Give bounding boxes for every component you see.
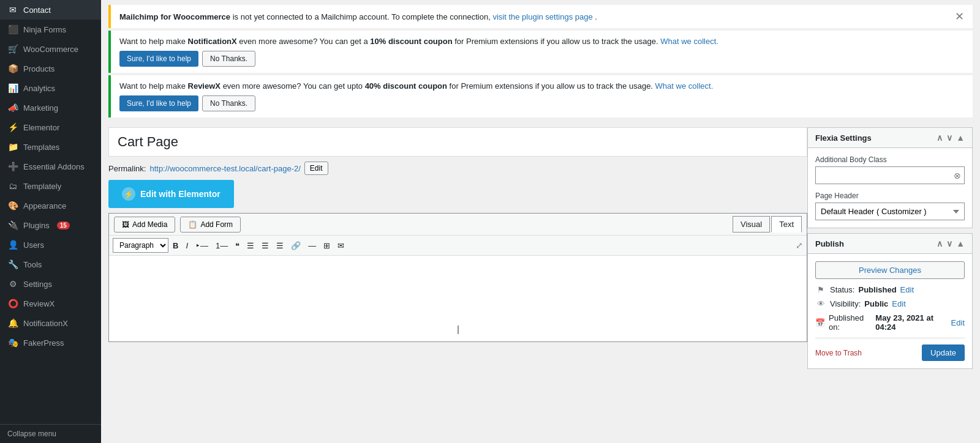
update-btn[interactable]: Update	[922, 344, 965, 361]
sidebar-item-essential-addons[interactable]: ➕Essential Addons	[0, 157, 101, 176]
permalink-row: Permalink: http://woocommerce-test.local…	[108, 162, 807, 175]
reviewx-notice-text: Want to help make ReviewX even more awes…	[119, 81, 713, 91]
sidebar-item-templately[interactable]: 🗂Templately	[0, 176, 101, 196]
body-class-label: Additional Body Class	[815, 155, 965, 164]
permalink-url[interactable]: http://woocommerce-test.local/cart-page-…	[149, 164, 300, 173]
ninja-forms-icon: ⬛	[7, 24, 18, 34]
flexia-settings-controls: ∧ ∨ ▲	[937, 133, 965, 143]
publish-body: Preview Changes ⚑ Status: Published Edit…	[808, 254, 972, 368]
page-header-label: Page Header	[815, 192, 965, 200]
sidebar-item-settings[interactable]: ⚙Settings	[0, 274, 101, 294]
visibility-label: Visibility:	[830, 299, 861, 308]
publish-toggle-icon[interactable]: ▲	[956, 239, 965, 248]
collapse-up-icon[interactable]: ∧	[937, 133, 943, 143]
link-btn[interactable]: 🔗	[288, 239, 304, 252]
published-value: May 23, 2021 at 04:24	[875, 313, 947, 332]
publish-collapse-down[interactable]: ∨	[946, 239, 952, 248]
sidebar-item-templates[interactable]: 📁Templates	[0, 137, 101, 157]
essential-addons-icon: ➕	[7, 162, 18, 171]
add-media-row: 🖼 Add Media 📋 Add Form	[114, 217, 733, 233]
editor-main: Permalink: http://woocommerce-test.local…	[108, 127, 807, 436]
reviewx-yes-btn[interactable]: Sure, I'd like to help	[119, 95, 198, 111]
sidebar-item-label-appearance: Appearance	[23, 201, 66, 210]
notificationx-bold2: 10% discount coupon	[370, 37, 452, 46]
italic-btn[interactable]: I	[183, 239, 191, 252]
status-edit-link[interactable]: Edit	[900, 285, 914, 294]
reviewx-no-btn[interactable]: No Thanks.	[202, 95, 255, 111]
elementor-icon: ⚡	[122, 187, 135, 201]
body-class-input[interactable]	[815, 166, 965, 184]
mailchimp-notice-close[interactable]: ✕	[955, 11, 964, 22]
sidebar-item-users[interactable]: 👤Users	[0, 235, 101, 255]
toggle-icon[interactable]: ▲	[956, 133, 965, 143]
plugins-icon: 🔌	[7, 220, 18, 230]
editor-body[interactable]	[109, 256, 807, 341]
add-form-btn[interactable]: 📋 Add Form	[180, 217, 241, 233]
elementor-icon: ⚡	[7, 122, 18, 132]
sidebar-item-appearance[interactable]: 🎨Appearance	[0, 196, 101, 215]
paragraph-select[interactable]: Paragraph	[113, 238, 168, 253]
hr-btn[interactable]: ―	[305, 239, 319, 252]
permalink-label: Permalink:	[108, 164, 146, 173]
align-left-btn[interactable]: ☰	[244, 239, 257, 252]
calendar-icon: 📅	[815, 318, 825, 327]
notificationx-what-we-collect[interactable]: What we collect.	[660, 37, 718, 46]
sidebar-item-marketing[interactable]: 📣Marketing	[0, 98, 101, 117]
collapse-down-icon[interactable]: ∨	[946, 133, 952, 143]
reviewx-what-we-collect[interactable]: What we collect.	[655, 81, 714, 91]
visual-tab-btn[interactable]: Visual	[733, 216, 770, 233]
notificationx-no-btn[interactable]: No Thanks.	[202, 51, 255, 67]
sidebar-item-ninja-forms[interactable]: ⬛Ninja Forms	[0, 20, 101, 39]
sidebar-item-plugins[interactable]: 🔌Plugins15	[0, 215, 101, 235]
sidebar-item-analytics[interactable]: 📊Analytics	[0, 78, 101, 98]
align-right-btn[interactable]: ☰	[273, 239, 287, 252]
fakerpress-icon: 🎭	[7, 338, 18, 348]
mailchimp-notice-end: .	[595, 12, 597, 21]
sidebar-item-fakerpress[interactable]: 🎭FakerPress	[0, 333, 101, 352]
notificationx-yes-btn[interactable]: Sure, I'd like to help	[119, 51, 198, 67]
add-media-icon: 🖼	[122, 220, 129, 229]
publish-header[interactable]: Publish ∧ ∨ ▲	[808, 234, 972, 254]
bold-btn[interactable]: B	[170, 239, 181, 252]
templately-icon: 🗂	[7, 181, 18, 191]
users-icon: 👤	[7, 240, 18, 250]
mailchimp-notice-link[interactable]: visit the plugin settings page	[492, 12, 592, 21]
sidebar-item-contact[interactable]: ✉Contact	[0, 0, 101, 20]
page-header-select[interactable]: Default Header ( Customizer )Header 1Hea…	[815, 203, 965, 220]
editor-wrapper: Permalink: http://woocommerce-test.local…	[101, 120, 980, 443]
published-edit-link[interactable]: Edit	[951, 318, 965, 327]
table-btn[interactable]: ⊞	[320, 239, 333, 252]
page-title-input[interactable]	[108, 127, 807, 157]
sidebar-item-label-settings: Settings	[23, 280, 52, 289]
visibility-edit-link[interactable]: Edit	[892, 299, 905, 308]
sidebar-item-reviewx[interactable]: ⭕ReviewX	[0, 294, 101, 313]
sidebar-item-tools[interactable]: 🔧Tools	[0, 255, 101, 274]
sidebar-item-woocommerce[interactable]: 🛒WooCommerce	[0, 39, 101, 59]
collapse-menu[interactable]: Collapse menu	[0, 424, 101, 443]
ol-btn[interactable]: 1—	[213, 239, 231, 252]
preview-changes-btn[interactable]: Preview Changes	[815, 261, 965, 279]
add-media-btn[interactable]: 🖼 Add Media	[114, 217, 175, 233]
align-center-btn[interactable]: ☰	[258, 239, 272, 252]
sidebar-item-products[interactable]: 📦Products	[0, 59, 101, 78]
tools-icon: 🔧	[7, 259, 18, 269]
settings-icon: ⚙	[7, 279, 18, 289]
notificationx-notice: Want to help make NotificationX even mor…	[108, 31, 973, 73]
text-tab-btn[interactable]: Text	[771, 216, 802, 233]
edit-with-elementor-btn[interactable]: ⚡ Edit with Elementor	[108, 180, 234, 208]
expand-btn[interactable]: ⤢	[796, 240, 803, 250]
visibility-value: Public	[864, 299, 888, 308]
sidebar-item-elementor[interactable]: ⚡Elementor	[0, 117, 101, 137]
move-to-trash-btn[interactable]: Move to Trash	[815, 349, 862, 357]
flexia-settings-header[interactable]: Flexia Settings ∧ ∨ ▲	[808, 128, 972, 148]
sidebar-item-notificationx[interactable]: 🔔NotificationX	[0, 313, 101, 333]
email-btn[interactable]: ✉	[334, 239, 347, 252]
publish-controls: ∧ ∨ ▲	[937, 239, 965, 248]
permalink-edit-btn[interactable]: Edit	[304, 162, 328, 175]
reviewx-notice: Want to help make ReviewX even more awes…	[108, 75, 973, 117]
publish-collapse-up[interactable]: ∧	[937, 239, 943, 248]
collapse-menu-label: Collapse menu	[7, 430, 56, 438]
ul-btn[interactable]: ‣—	[192, 239, 211, 252]
blockquote-btn[interactable]: ❝	[232, 239, 243, 252]
body-class-clear-icon[interactable]: ⊗	[954, 171, 961, 181]
